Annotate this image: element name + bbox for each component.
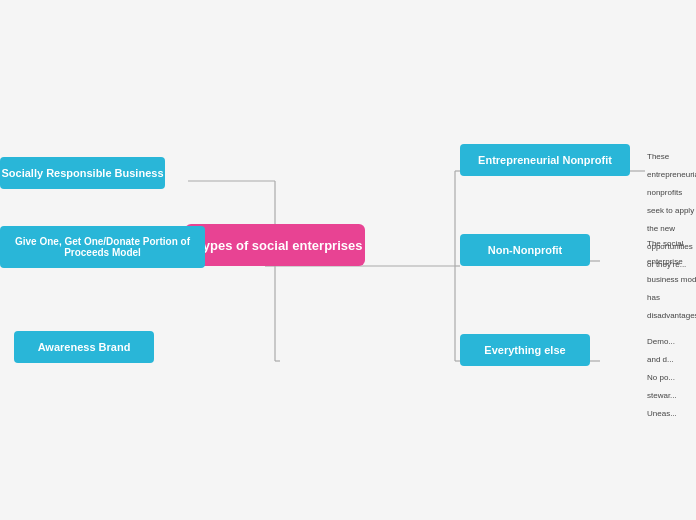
ee-node[interactable]: Everything else <box>460 334 590 366</box>
nn-desc: The social enterprise business model has… <box>647 239 696 320</box>
en-node[interactable]: Entrepreneurial Nonprofit <box>460 144 630 176</box>
gog-node[interactable]: Give One, Get One/Donate Portion of Proc… <box>0 226 205 268</box>
ab-node[interactable]: Awareness Brand <box>14 331 154 363</box>
ee-desc: Demo...and d...No po...stewar...Uneas... <box>647 337 677 418</box>
nn-node[interactable]: Non-Nonprofit <box>460 234 590 266</box>
center-node[interactable]: 6 types of social enterprises <box>185 224 365 266</box>
srb-node[interactable]: Socially Responsible Business <box>0 157 165 189</box>
